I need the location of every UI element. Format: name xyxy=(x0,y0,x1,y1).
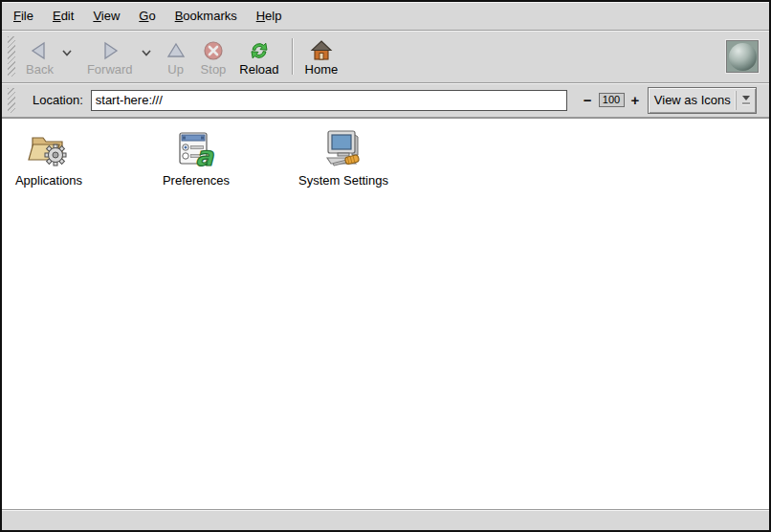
applications-item[interactable]: Applications xyxy=(5,128,93,188)
up-button-label: Up xyxy=(167,62,184,77)
reload-icon xyxy=(248,39,271,62)
preferences-item[interactable]: a Preferences xyxy=(152,128,240,188)
menu-go-mnemonic: G xyxy=(139,9,148,23)
system-settings-label: System Settings xyxy=(298,173,388,188)
zoom-in-button[interactable]: + xyxy=(631,94,640,107)
menu-edit[interactable]: Edit xyxy=(43,6,83,26)
menu-help[interactable]: Help xyxy=(247,6,292,26)
menu-edit-label: dit xyxy=(61,9,75,23)
chevron-down-icon xyxy=(141,49,152,57)
forward-history-dropdown[interactable] xyxy=(139,49,154,57)
chevron-down-icon xyxy=(61,49,73,57)
folder-view: Applications a Preferences xyxy=(2,118,769,509)
back-button-label: Back xyxy=(26,62,54,77)
back-arrow-icon xyxy=(28,39,51,62)
menu-go[interactable]: Go xyxy=(129,6,165,26)
preferences-glyph: a xyxy=(195,141,214,170)
preferences-icon: a xyxy=(174,128,218,170)
menu-bookmarks[interactable]: Bookmarks xyxy=(165,6,247,26)
toolbar-separator xyxy=(292,38,293,75)
menu-go-label: o xyxy=(148,9,155,23)
home-button[interactable]: Home xyxy=(299,34,344,78)
reload-button-label: Reload xyxy=(239,62,278,77)
preferences-label: Preferences xyxy=(163,173,230,188)
menu-help-label: elp xyxy=(265,9,281,23)
menu-file-label: ile xyxy=(21,9,33,23)
dropdown-arrow-icon xyxy=(736,91,756,110)
stop-button-label: Stop xyxy=(201,62,227,77)
home-icon xyxy=(310,39,333,62)
location-bar: Location: − 100 + View as Icons xyxy=(2,83,769,118)
zoom-level-indicator: 100 xyxy=(599,93,625,107)
toolbar: Back Forward Up xyxy=(2,31,769,83)
location-label: Location: xyxy=(33,93,83,107)
toolbar-grip[interactable] xyxy=(8,36,15,77)
applications-label: Applications xyxy=(15,173,82,188)
system-settings-icon xyxy=(319,128,367,170)
applications-folder-icon xyxy=(27,128,71,170)
zoom-out-button[interactable]: − xyxy=(584,94,592,107)
back-history-dropdown[interactable] xyxy=(59,49,75,57)
location-bar-grip[interactable] xyxy=(8,88,15,113)
menu-view-label: iew xyxy=(101,9,121,23)
file-manager-window: File Edit View Go Bookmarks Help Back Fo… xyxy=(0,0,771,532)
menu-view[interactable]: View xyxy=(83,6,129,26)
throbber xyxy=(726,40,759,73)
menubar: File Edit View Go Bookmarks Help xyxy=(2,2,769,31)
reload-button[interactable]: Reload xyxy=(233,34,284,78)
forward-arrow-icon xyxy=(99,39,121,62)
menu-file[interactable]: File xyxy=(4,6,43,26)
home-button-label: Home xyxy=(305,62,339,77)
up-arrow-icon xyxy=(165,39,187,62)
menu-help-mnemonic: H xyxy=(256,9,265,23)
menu-view-mnemonic: V xyxy=(93,9,100,23)
stop-icon xyxy=(202,39,225,62)
stop-button[interactable]: Stop xyxy=(195,34,232,78)
menu-file-mnemonic: F xyxy=(13,9,21,23)
menu-edit-mnemonic: E xyxy=(53,9,61,23)
status-bar xyxy=(2,509,769,530)
back-button[interactable]: Back xyxy=(20,34,59,78)
view-mode-dropdown[interactable]: View as Icons xyxy=(648,87,757,114)
forward-button-label: Forward xyxy=(87,62,133,77)
forward-button[interactable]: Forward xyxy=(81,34,139,78)
menu-bookmarks-label: ookmarks xyxy=(183,9,236,23)
system-settings-item[interactable]: System Settings xyxy=(290,128,397,188)
up-button[interactable]: Up xyxy=(159,34,193,78)
view-mode-label: View as Icons xyxy=(649,93,736,107)
location-input[interactable] xyxy=(91,90,567,111)
throbber-sphere-icon xyxy=(729,43,757,71)
